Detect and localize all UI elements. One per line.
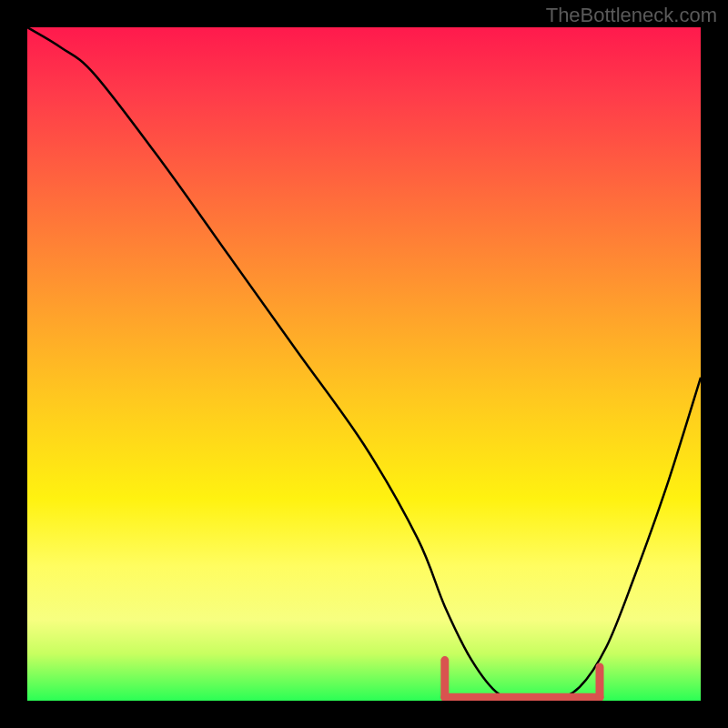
curve-svg bbox=[27, 27, 701, 701]
chart-container: TheBottleneck.com bbox=[0, 0, 728, 728]
watermark-text: TheBottleneck.com bbox=[546, 4, 717, 27]
bottleneck-curve bbox=[27, 27, 701, 701]
plot-area bbox=[27, 27, 701, 701]
